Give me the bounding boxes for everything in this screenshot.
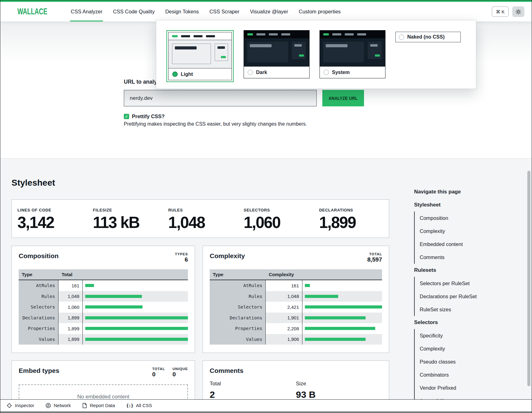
page-nav-link[interactable]: Vendor Prefixed <box>414 381 507 394</box>
embed-total-label: TOTAL <box>152 367 165 371</box>
stat-value: 1,060 <box>244 213 313 232</box>
stat: SELECTORS 1,060 <box>238 200 313 238</box>
page-nav-link[interactable]: Declarations per RuleSet <box>414 290 507 303</box>
stat-value: 1,048 <box>168 213 238 232</box>
theme-naked-label: Naked (no CSS) <box>407 34 445 40</box>
bottom-toolbar: Inspector Network Report Data {:} All CS… <box>0 399 532 411</box>
comments-total-label: Total <box>210 381 296 387</box>
page-nav-link[interactable]: Specificity <box>414 329 507 342</box>
url-form-row: ANALYZE URL <box>124 90 364 106</box>
theme-light-label: Light <box>181 72 193 77</box>
complexity-col-value: Complexity <box>266 272 302 277</box>
table-row: Declarations 1,899 <box>19 313 188 323</box>
stat: FILESIZE 113 kB <box>87 200 162 238</box>
nav-tab[interactable]: Design Tokens <box>165 2 199 21</box>
nav-tab[interactable]: CSS Code Quality <box>113 2 155 21</box>
prettify-description: Prettifying makes inspecting the CSS eas… <box>124 121 307 127</box>
radio-system[interactable] <box>324 70 329 75</box>
stat-value: 113 kB <box>93 213 162 232</box>
page-nav-link[interactable]: Complexity <box>414 225 507 238</box>
theme-light-preview: Light <box>168 32 232 80</box>
report-section: Stylesheet LINES OF CODE 3,142 FILESIZE … <box>0 158 532 411</box>
prettify-checkbox[interactable]: ✓ <box>124 114 129 119</box>
value-bar <box>305 316 366 319</box>
theme-option-naked[interactable]: Naked (no CSS) <box>395 32 461 42</box>
theme-option-dark[interactable]: Dark <box>244 30 310 78</box>
embed-types-title: Embed types <box>19 367 59 374</box>
command-palette-button[interactable]: ⌘ K <box>492 7 509 17</box>
nav-tab[interactable]: CSS Scraper <box>209 2 239 21</box>
comments-title: Comments <box>210 367 244 374</box>
complexity-col-type: Type <box>210 272 266 277</box>
table-row: Properties 1,899 <box>19 323 188 334</box>
window-bottom-strip <box>0 411 532 413</box>
value-bar <box>305 284 310 287</box>
scrollbar-thumb[interactable] <box>527 171 530 386</box>
composition-col-total: Total <box>58 272 83 277</box>
theme-system-preview: System <box>320 30 385 78</box>
nav-tab[interactable]: CSS Analyzer <box>71 2 102 21</box>
complexity-meta-value: 8,597 <box>367 256 382 263</box>
curly-braces-icon: {:} <box>126 403 133 408</box>
network-tool[interactable]: Network <box>45 403 71 408</box>
report-data-tool[interactable]: Report Data <box>82 403 115 408</box>
complexity-title: Complexity <box>210 252 245 260</box>
page-nav-link[interactable]: Rulesets <box>414 264 507 277</box>
radio-naked[interactable] <box>399 35 404 40</box>
nav-tab[interactable]: Visualize @layer <box>250 2 288 21</box>
composition-col-type: Type <box>19 272 58 277</box>
stat-label: RULES <box>168 208 238 212</box>
inspector-tool[interactable]: Inspector <box>7 403 34 408</box>
theme-option-system[interactable]: System <box>320 30 385 78</box>
page-nav-link[interactable]: Stylesheet <box>414 198 507 211</box>
page-nav-link[interactable]: Selectors per RuleSet <box>414 277 507 290</box>
stat-label: FILESIZE <box>93 208 162 212</box>
table-row: Values 1,906 <box>210 334 382 345</box>
complexity-table: Type Complexity AtRules 161 Rules <box>210 269 382 345</box>
page-title: Stylesheet <box>12 178 55 188</box>
prettify-row: ✓ Prettify CSS? <box>124 114 165 119</box>
table-row: Values 1,899 <box>19 334 188 345</box>
url-input[interactable] <box>124 90 317 106</box>
page-nav-link[interactable]: Complexity <box>414 342 507 355</box>
radio-light[interactable] <box>172 72 178 77</box>
page-nav-link[interactable]: Comments <box>414 251 507 264</box>
document-icon <box>82 403 87 408</box>
page-nav-link[interactable]: Combinators <box>414 368 507 381</box>
network-icon <box>45 403 51 408</box>
all-css-label: All CSS <box>136 403 152 408</box>
page-nav-link[interactable]: RuleSet sizes <box>414 303 507 316</box>
embed-unique-value: 0 <box>172 371 188 378</box>
primary-nav: CSS Analyzer CSS Code Quality Design Tok… <box>71 2 341 21</box>
inspector-label: Inspector <box>15 403 34 408</box>
complexity-meta-label: TOTAL <box>367 252 382 256</box>
page-nav-link[interactable]: Selectors <box>414 316 507 329</box>
all-css-tool[interactable]: {:} All CSS <box>126 403 152 408</box>
page-nav-link[interactable]: Composition <box>414 211 507 225</box>
composition-meta-value: 6 <box>175 256 188 263</box>
analyze-url-button[interactable]: ANALYZE URL <box>322 90 364 106</box>
stat-label: SELECTORS <box>244 208 313 212</box>
wallace-logo[interactable]: WALLACE <box>17 7 47 16</box>
stat: DECLARATIONS 1,899 <box>314 200 389 238</box>
report-data-label: Report Data <box>90 403 115 408</box>
theme-toggle-button[interactable] <box>512 7 524 17</box>
theme-option-light[interactable]: Light <box>166 30 234 82</box>
value-bar <box>85 327 188 330</box>
inspector-icon <box>7 403 12 408</box>
page-nav-link[interactable]: Pseudo classes <box>414 355 507 368</box>
stylesheet-stats-panel: LINES OF CODE 3,142 FILESIZE 113 kB RULE… <box>12 199 389 238</box>
comments-size-label: Size <box>296 381 382 387</box>
value-bar <box>85 305 142 309</box>
radio-dark[interactable] <box>248 70 253 75</box>
nav-right-controls: ⌘ K <box>492 7 524 17</box>
page-nav-link[interactable]: Embedded content <box>414 238 507 251</box>
table-row: Selectors 2,421 <box>210 302 382 313</box>
stat-value: 3,142 <box>17 213 87 232</box>
nav-tab[interactable]: Custom properties <box>299 2 341 21</box>
stat-value: 1,899 <box>319 213 389 232</box>
value-bar <box>305 327 375 330</box>
page-nav-sidebar: Navigate this page Stylesheet Compositio… <box>414 185 507 407</box>
value-bar <box>85 295 142 298</box>
complexity-card: Complexity TOTAL 8,597 Type Complexity A… <box>203 246 389 353</box>
